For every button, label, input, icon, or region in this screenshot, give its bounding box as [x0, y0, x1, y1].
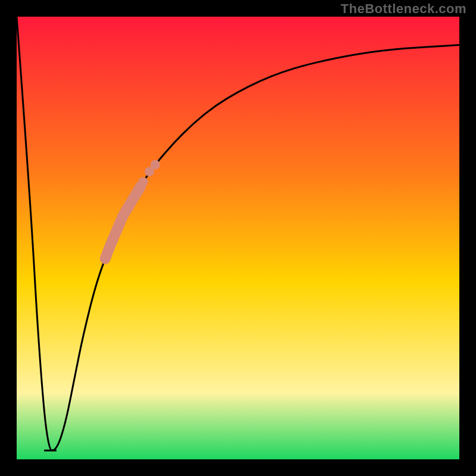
- frame-bottom: [0, 459, 476, 476]
- bottleneck-chart: [0, 0, 476, 476]
- highlight-dot: [151, 160, 160, 170]
- highlight-dot: [139, 177, 148, 187]
- frame-top: [0, 0, 476, 17]
- chart-stage: TheBottleneck.com: [0, 0, 476, 476]
- frame-right: [459, 0, 476, 476]
- frame-left: [0, 0, 17, 476]
- plot-background: [17, 17, 459, 459]
